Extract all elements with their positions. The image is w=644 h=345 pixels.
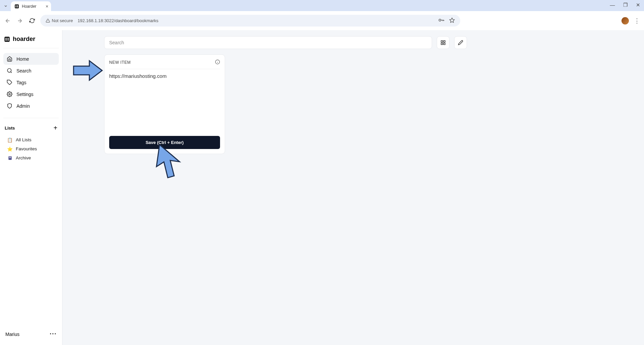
back-button[interactable] xyxy=(4,17,11,24)
home-icon xyxy=(7,56,12,62)
maximize-icon[interactable]: ❐ xyxy=(622,2,629,8)
add-list-button[interactable]: + xyxy=(53,124,57,132)
list-item-all[interactable]: 📋 All Lists xyxy=(3,135,59,144)
sidebar-item-home[interactable]: Home xyxy=(3,53,59,65)
tag-icon xyxy=(7,80,12,85)
svg-rect-13 xyxy=(9,157,11,157)
search-icon xyxy=(7,68,12,73)
svg-line-9 xyxy=(11,72,12,73)
svg-point-3 xyxy=(439,19,441,21)
list-item-label: All Lists xyxy=(16,137,32,142)
new-item-label: NEW ITEM xyxy=(109,60,131,65)
sidebar-item-settings[interactable]: Settings xyxy=(3,88,59,100)
grid-view-button[interactable] xyxy=(437,36,449,49)
svg-marker-4 xyxy=(449,18,454,22)
close-tab-icon[interactable]: × xyxy=(46,4,48,9)
security-label: Not secure xyxy=(52,18,73,23)
brand-icon xyxy=(4,36,10,42)
sidebar-item-admin[interactable]: Admin xyxy=(3,100,59,112)
star-icon: ⭐ xyxy=(7,146,12,151)
sidebar-item-label: Settings xyxy=(16,92,34,97)
forward-button[interactable] xyxy=(16,17,24,24)
list-item-archive[interactable]: Archive xyxy=(3,153,59,162)
chrome-menu-icon[interactable]: ⋮ xyxy=(634,17,640,24)
bookmark-star-icon[interactable] xyxy=(449,17,455,24)
minimize-icon[interactable]: — xyxy=(609,2,616,8)
sidebar-item-label: Tags xyxy=(16,80,27,85)
list-item-label: Favourites xyxy=(16,146,37,151)
address-bar[interactable]: Not secure 192.168.1.18:3022/dashboard/b… xyxy=(40,15,460,27)
pencil-icon xyxy=(458,40,463,45)
sidebar-item-label: Admin xyxy=(16,103,30,109)
main-content: Search NEW ITEM Save (Ctrl + Enter) xyxy=(62,30,644,345)
svg-rect-16 xyxy=(443,41,445,42)
sidebar-item-search[interactable]: Search xyxy=(3,65,59,77)
list-item-favourites[interactable]: ⭐ Favourites xyxy=(3,144,59,153)
profile-avatar[interactable] xyxy=(621,17,629,24)
list-item-label: Archive xyxy=(16,155,31,160)
lists-heading: Lists xyxy=(5,126,15,131)
svg-rect-18 xyxy=(441,43,443,45)
search-placeholder: Search xyxy=(109,40,124,45)
sidebar-item-tags[interactable]: Tags xyxy=(3,77,59,88)
arrow-cursor-annotation xyxy=(155,144,185,185)
tab-favicon-icon xyxy=(14,4,19,9)
tab-search-dropdown[interactable] xyxy=(2,2,9,10)
clipboard-icon: 📋 xyxy=(7,137,12,142)
svg-rect-0 xyxy=(15,4,19,8)
info-icon[interactable] xyxy=(215,59,220,65)
gear-icon xyxy=(7,91,12,97)
svg-rect-6 xyxy=(6,38,7,41)
reload-button[interactable] xyxy=(28,17,36,24)
close-window-icon[interactable]: ✕ xyxy=(635,2,641,8)
shield-icon xyxy=(7,103,12,109)
sidebar: hoarder Home Search Tags Settings Admin … xyxy=(0,30,62,345)
security-indicator[interactable]: Not secure xyxy=(46,18,73,23)
svg-rect-2 xyxy=(17,5,18,7)
svg-rect-17 xyxy=(443,43,445,45)
arrow-right-annotation xyxy=(72,59,104,82)
svg-rect-5 xyxy=(5,37,10,42)
grid-icon xyxy=(440,40,446,45)
sidebar-item-label: Home xyxy=(16,56,29,62)
archive-icon xyxy=(7,155,12,160)
svg-point-11 xyxy=(9,93,10,95)
search-input[interactable]: Search xyxy=(104,36,432,49)
svg-rect-14 xyxy=(9,157,11,158)
svg-rect-15 xyxy=(441,41,443,42)
browser-tab[interactable]: Hoarder × xyxy=(11,1,51,11)
user-name: Marius xyxy=(5,332,19,337)
sidebar-item-label: Search xyxy=(16,68,31,73)
svg-point-8 xyxy=(7,68,11,72)
url-text: 192.168.1.18:3022/dashboard/bookmarks xyxy=(78,18,159,23)
edit-button[interactable] xyxy=(454,36,467,49)
svg-rect-1 xyxy=(16,5,16,7)
password-key-icon[interactable] xyxy=(438,18,444,23)
tab-title: Hoarder xyxy=(22,4,36,9)
brand-name: hoarder xyxy=(13,36,35,43)
url-input[interactable] xyxy=(109,69,220,135)
new-item-card: NEW ITEM Save (Ctrl + Enter) xyxy=(104,54,225,154)
brand-logo[interactable]: hoarder xyxy=(3,34,59,48)
user-menu-icon[interactable]: ··· xyxy=(50,331,57,338)
svg-rect-7 xyxy=(8,38,9,41)
